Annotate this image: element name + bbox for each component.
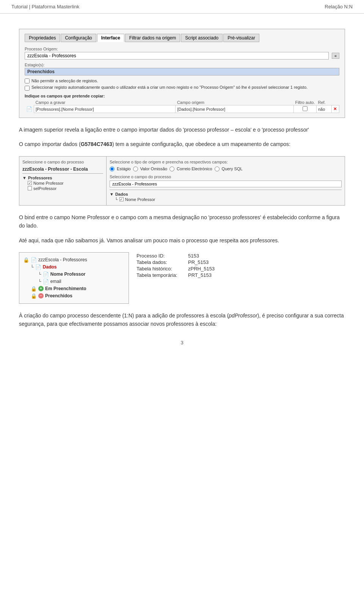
root-label: zzzEscola - Professores xyxy=(38,257,87,262)
left-header: Seleccione o campo do processo xyxy=(22,160,103,164)
tab-preview[interactable]: Pré-visualizar xyxy=(223,34,259,42)
paragraph4: Até aqui, nada que não saibamos já. Vamo… xyxy=(19,236,345,245)
radio-correio[interactable] xyxy=(169,166,174,171)
empreenchimento-label: Em Preenchimento xyxy=(45,286,86,291)
tree-node-dados: └ 📄 Dados xyxy=(23,264,125,271)
filtro-header: Filtro auto. xyxy=(294,100,317,105)
pid-label: Processo ID: xyxy=(136,253,186,259)
code-highlight: G5784C7463 xyxy=(81,141,112,147)
processo-origem-input[interactable] xyxy=(25,52,329,60)
estagio-label: Estagio(s): xyxy=(25,63,339,67)
checkbox2-label: Seleccionar registo automaticamente quan… xyxy=(31,85,308,90)
email-label: email xyxy=(50,279,61,284)
filtro-cell xyxy=(294,105,317,113)
ref-header: Ref. xyxy=(317,100,332,105)
campo-origem-cell: [Dados].[Nome Professor] xyxy=(176,105,294,113)
checkbox1[interactable] xyxy=(25,79,30,83)
delete-col-header xyxy=(332,100,339,105)
icon-col-header xyxy=(25,100,34,105)
checkbox1-row: Não permitir a selecção de registos. xyxy=(25,79,339,83)
checkbox-checked-icon[interactable]: ✓ xyxy=(28,181,32,185)
radio-estagio[interactable] xyxy=(110,166,115,171)
estagio-value: Preenchidos xyxy=(25,68,339,75)
row-icon-cell: 📄 xyxy=(25,105,34,113)
left-item-1: ✓ Nome Professor xyxy=(22,181,103,186)
filtro-checkbox[interactable] xyxy=(303,106,308,111)
indique-label: Indique os campos que pretende copiar: xyxy=(25,94,339,98)
checkbox1-label: Não permitir a selecção de registos. xyxy=(31,79,98,83)
paragraph3: O bind entre o campo Nome Professor e o … xyxy=(19,213,345,230)
sub-checkbox-checked[interactable]: ✓ xyxy=(119,197,124,201)
campo-origem-header: Campo origem xyxy=(176,100,294,105)
checkbox-unchecked-icon[interactable] xyxy=(28,186,32,190)
campo-gravar-cell: [Professores].[Nome Professor] xyxy=(34,105,176,113)
branch-icon-email: └ xyxy=(38,279,41,284)
tree-node-root: 🔒 📄 zzzEscola - Professores xyxy=(23,256,125,264)
page-header: Tutorial | Plataforma Masterlink Relação… xyxy=(0,0,364,14)
sub-group: ▼ Dados xyxy=(110,192,342,197)
nome-label: Nome Professor xyxy=(50,272,86,277)
doc-icon-root: 📄 xyxy=(31,257,37,263)
sub-item-1: └ ✓ Nome Professor xyxy=(110,197,342,202)
info-panel: Processo ID: 5153 Tabela dados: PR_5153 … xyxy=(136,252,345,279)
tab-script[interactable]: Script associado xyxy=(181,34,223,42)
processo-origem-section: Processo Origem: « xyxy=(25,47,339,60)
info-row-historico: Tabela histórico: zPRH_5153 xyxy=(136,266,345,272)
screenshot-3: 🔒 📄 zzzEscola - Professores └ 📄 Dados └ … xyxy=(19,252,345,304)
doc-icon-nome: 📄 xyxy=(43,272,49,277)
paragraph1: A imagem superior revela a ligação entre… xyxy=(19,126,345,134)
left-group: ▼ Professores xyxy=(22,175,103,181)
lock-icon: 🔒 xyxy=(23,257,29,263)
main-content: Propriedades Configuração Interface Filt… xyxy=(0,14,364,361)
tabela-dados-label: Tabela dados: xyxy=(136,259,186,265)
left-item-2: selProfessor xyxy=(22,186,103,191)
radio-valor-omissao[interactable] xyxy=(133,166,138,171)
processo-origem-label: Processo Origem: xyxy=(25,47,339,51)
delete-cell: ✕ xyxy=(332,105,339,113)
italic-pdprofessor: pdProfessor xyxy=(229,312,257,319)
paragraph2: O campo importar dados (G5784C7463) tem … xyxy=(19,140,345,148)
tab-propriedades[interactable]: Propriedades xyxy=(25,34,60,42)
right-sub-label: Seleccione o campo do processo xyxy=(110,174,342,179)
row-doc-icon: 📄 xyxy=(26,106,32,112)
tree-node-nome: └ 📄 Nome Professor xyxy=(23,271,125,278)
historico-value: zPRH_5153 xyxy=(188,266,215,272)
tree-panel: 🔒 📄 zzzEscola - Professores └ 📄 Dados └ … xyxy=(19,252,129,304)
pid-value: 5153 xyxy=(188,253,199,259)
table-row: 📄 [Professores].[Nome Professor] [Dados]… xyxy=(25,105,339,113)
tab-filtrar[interactable]: Filtrar dados na origem xyxy=(125,34,180,42)
info-row-temporaria: Tabela temporária: PRT_5153 xyxy=(136,272,345,278)
historico-label: Tabela histórico: xyxy=(136,266,186,272)
sub-tree: ▼ Dados └ ✓ Nome Professor xyxy=(110,190,342,202)
right-sub-input[interactable] xyxy=(110,181,342,187)
branch-icon-nome: └ xyxy=(38,272,41,276)
campo-gravar-header: Campo a gravar xyxy=(34,100,176,105)
mapping-left-panel: Seleccione o campo do processo zzzEscola… xyxy=(19,157,107,205)
lock-icon-pre: 🔒 xyxy=(31,293,37,299)
paragraph5: À criação do campo processo descendente … xyxy=(19,311,345,328)
right-header: Seleccione o tipo de origem e preencha o… xyxy=(110,160,342,164)
radio-query[interactable] xyxy=(215,166,220,171)
preenchidos-label: Preenchidos xyxy=(45,293,72,298)
tree-node-email: └ 📄 email xyxy=(23,278,125,285)
sub-group-icon: ▼ xyxy=(110,192,114,196)
dados-label: Dados xyxy=(43,264,57,270)
ref-cell: não xyxy=(317,105,332,113)
tabela-dados-value: PR_5153 xyxy=(188,259,209,265)
processo-origem-row: « xyxy=(25,52,339,60)
temporaria-value: PRT_5153 xyxy=(188,272,212,278)
doc-icon-email: 📄 xyxy=(43,279,49,284)
temporaria-label: Tabela temporária: xyxy=(136,272,186,278)
header-right: Relação N:N xyxy=(325,4,353,9)
tab-interface[interactable]: Interface xyxy=(97,34,124,42)
info-row-tabela-dados: Tabela dados: PR_5153 xyxy=(136,259,345,265)
mapping-right-panel: Seleccione o tipo de origem e preencha o… xyxy=(107,157,345,205)
delete-button[interactable]: ✕ xyxy=(333,107,337,111)
tab-configuracao[interactable]: Configuração xyxy=(61,34,96,42)
tree-node-preenchidos: 🔒 – Preenchidos xyxy=(23,292,125,300)
plus-icon: + xyxy=(38,286,44,291)
arrow-button[interactable]: « xyxy=(332,53,339,59)
radio-row: Estágio Valor Omissão Correio Electrónic… xyxy=(110,166,342,171)
header-left: Tutorial | Plataforma Masterlink xyxy=(11,4,79,9)
checkbox2[interactable] xyxy=(25,86,30,91)
